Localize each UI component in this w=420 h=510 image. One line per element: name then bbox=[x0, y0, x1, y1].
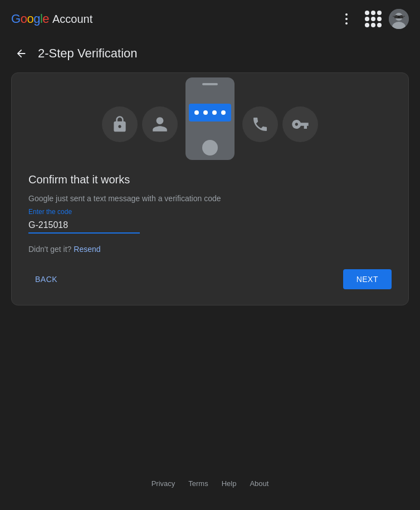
verification-dot-2 bbox=[203, 110, 208, 115]
person-icon bbox=[151, 115, 169, 133]
account-text: Account bbox=[52, 13, 92, 26]
svg-line-6 bbox=[393, 16, 394, 17]
back-arrow-button[interactable] bbox=[11, 43, 31, 64]
svg-point-5 bbox=[400, 15, 403, 18]
phone-illustration bbox=[185, 77, 235, 160]
next-button[interactable]: NEXT bbox=[343, 269, 392, 289]
verification-dot-4 bbox=[221, 110, 226, 115]
google-apps-button[interactable] bbox=[362, 8, 384, 30]
svg-point-4 bbox=[395, 15, 398, 18]
phone-screen bbox=[185, 85, 235, 140]
more-options-button[interactable] bbox=[335, 8, 358, 30]
didnt-get-text: Didn't get it? Resend bbox=[28, 245, 392, 254]
svg-line-7 bbox=[403, 16, 405, 17]
google-logo: Google bbox=[11, 12, 49, 26]
buttons-row: BACK NEXT bbox=[28, 269, 392, 289]
person-step-icon bbox=[142, 106, 178, 142]
verification-bar bbox=[189, 104, 231, 122]
confirm-title: Confirm that it works bbox=[28, 173, 392, 186]
key-icon bbox=[291, 115, 309, 133]
about-link[interactable]: About bbox=[250, 479, 268, 488]
vertical-dots-icon bbox=[345, 13, 348, 25]
lock-icon bbox=[111, 115, 129, 133]
phone-call-step-icon bbox=[242, 106, 278, 142]
header: Google Account bbox=[0, 0, 420, 38]
avatar[interactable] bbox=[389, 9, 409, 29]
code-input-wrapper: Enter the code bbox=[28, 208, 392, 234]
page-title-bar: 2-Step Verification bbox=[0, 38, 420, 72]
header-logo-group: Google Account bbox=[11, 12, 92, 26]
help-link[interactable]: Help bbox=[222, 479, 237, 488]
key-step-icon bbox=[282, 106, 318, 142]
phone-icon bbox=[251, 115, 269, 133]
verification-dot-1 bbox=[194, 110, 199, 115]
back-arrow-icon bbox=[15, 47, 27, 60]
verification-dot-3 bbox=[212, 110, 217, 115]
terms-link[interactable]: Terms bbox=[188, 479, 208, 488]
verification-card: Confirm that it works Google just sent a… bbox=[11, 72, 409, 305]
input-label: Enter the code bbox=[28, 208, 392, 216]
avatar-image bbox=[389, 9, 409, 29]
grid-icon bbox=[365, 11, 382, 27]
step-icons-row bbox=[28, 89, 392, 160]
privacy-link[interactable]: Privacy bbox=[152, 479, 175, 488]
phone-body bbox=[185, 77, 235, 160]
header-actions bbox=[335, 8, 409, 30]
code-input[interactable] bbox=[28, 218, 140, 234]
phone-home-button bbox=[202, 140, 218, 156]
resend-link[interactable]: Resend bbox=[74, 245, 100, 254]
footer: Privacy Terms Help About bbox=[0, 457, 420, 499]
back-button[interactable]: BACK bbox=[28, 270, 64, 288]
confirm-description: Google just sent a text message with a v… bbox=[28, 193, 392, 205]
page-title: 2-Step Verification bbox=[38, 46, 138, 61]
lock-step-icon bbox=[102, 106, 138, 142]
